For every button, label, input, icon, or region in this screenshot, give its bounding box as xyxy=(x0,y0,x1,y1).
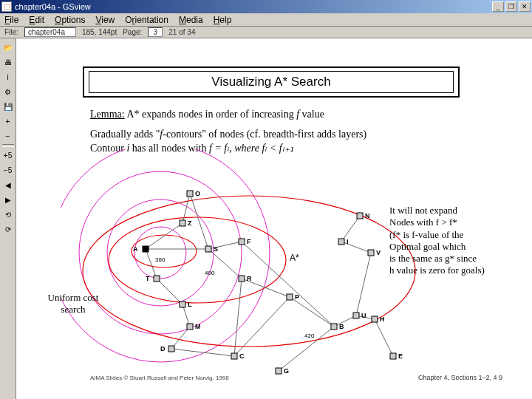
svg-text:O: O xyxy=(195,190,200,197)
graph-nodes: O Z A S T L M D F R P C G B U H E V I N xyxy=(133,190,403,375)
slide-title: Visualizing A* Search xyxy=(89,71,454,93)
zoom-minus-button[interactable]: − xyxy=(1,129,15,143)
edge-label-380: 380 xyxy=(155,256,166,263)
svg-rect-68 xyxy=(357,213,363,219)
svg-line-9 xyxy=(190,194,208,249)
svg-text:M: M xyxy=(195,323,201,330)
back-button[interactable]: ⟲ xyxy=(1,208,15,221)
toolbar-separator xyxy=(2,144,14,147)
svg-rect-66 xyxy=(338,239,344,245)
citation-text: AIMA Slides © Stuart Russell and Peter N… xyxy=(90,375,229,381)
svg-text:I: I xyxy=(347,238,349,245)
svg-rect-56 xyxy=(331,324,337,330)
svg-rect-58 xyxy=(353,313,359,318)
svg-line-29 xyxy=(375,319,393,356)
menu-options[interactable]: Options xyxy=(55,15,85,25)
prev-page-button[interactable]: ◀ xyxy=(1,178,15,191)
forward-button[interactable]: ⟳ xyxy=(1,222,15,236)
file-label: File: xyxy=(4,28,18,36)
svg-point-1 xyxy=(107,200,214,306)
minimize-button[interactable]: _ xyxy=(492,1,504,12)
window-titlebar: ⬚ chapter04a - GSview _ ❐ ✕ xyxy=(0,0,532,13)
menu-edit[interactable]: Edit xyxy=(29,15,44,25)
chapter-footer: Chapter 4, Sections 1–2, 4 9 xyxy=(418,374,502,381)
svg-line-18 xyxy=(234,279,242,356)
svg-line-7 xyxy=(183,194,190,223)
svg-text:P: P xyxy=(295,293,299,301)
app-icon: ⬚ xyxy=(1,1,12,12)
svg-point-3 xyxy=(61,149,270,362)
edge-label-400: 400 xyxy=(205,270,215,276)
menu-view[interactable]: View xyxy=(95,15,115,25)
svg-line-11 xyxy=(146,249,157,279)
svg-rect-54 xyxy=(276,368,282,374)
svg-rect-50 xyxy=(287,294,293,300)
svg-text:G: G xyxy=(284,367,289,375)
window-title: chapter04a - GSview xyxy=(15,2,492,11)
svg-rect-30 xyxy=(187,191,193,197)
svg-line-15 xyxy=(171,349,234,356)
svg-rect-64 xyxy=(368,250,374,256)
document-canvas[interactable]: Visualizing A* Search Lemma: A* expands … xyxy=(16,38,532,399)
lemma-line: Lemma: A* expands nodes in order of incr… xyxy=(90,109,324,120)
svg-rect-52 xyxy=(231,353,237,359)
svg-rect-42 xyxy=(187,324,193,330)
close-button[interactable]: ✕ xyxy=(519,1,531,12)
svg-text:R: R xyxy=(247,275,252,282)
edge-label-420: 420 xyxy=(304,332,315,339)
svg-rect-44 xyxy=(168,346,174,352)
svg-rect-48 xyxy=(239,276,245,282)
ucs-contours xyxy=(61,149,270,362)
svg-text:V: V xyxy=(376,249,381,256)
body-line-1: Gradually adds "f-contours" of nodes (cf… xyxy=(90,129,366,140)
svg-text:U: U xyxy=(361,312,366,319)
slide-title-frame: Visualizing A* Search xyxy=(83,66,460,98)
lemma-text: A* expands nodes in order of increasing … xyxy=(126,109,324,120)
info-button[interactable]: i xyxy=(1,70,15,83)
svg-text:B: B xyxy=(339,323,344,330)
status-bar: File: chapter04a 185, 144pt Page: 3 21 o… xyxy=(0,27,532,38)
restore-button[interactable]: ❐ xyxy=(505,1,517,12)
svg-line-26 xyxy=(356,253,371,316)
zoom-plus-button[interactable]: + xyxy=(1,115,15,128)
file-name: chapter04a xyxy=(24,27,76,37)
svg-text:S: S xyxy=(214,245,218,253)
svg-rect-46 xyxy=(239,239,245,245)
page-current[interactable]: 3 xyxy=(148,27,163,37)
svg-line-27 xyxy=(341,242,371,253)
menu-help[interactable]: Help xyxy=(214,15,232,25)
page-total: 21 of 34 xyxy=(168,28,195,36)
svg-point-2 xyxy=(79,171,242,334)
svg-rect-38 xyxy=(154,276,160,282)
svg-rect-60 xyxy=(372,316,378,322)
work-area: 📂 🖶 i ⚙ 💾 + − +5 −5 ◀ ▶ ⟲ ⟳ Visualizing … xyxy=(0,38,532,399)
window-controls: _ ❐ ✕ xyxy=(492,1,531,12)
annotation-astar: A* xyxy=(290,253,299,264)
svg-text:N: N xyxy=(365,212,370,219)
svg-text:C: C xyxy=(239,352,245,360)
svg-rect-36 xyxy=(205,246,211,252)
svg-text:A: A xyxy=(133,245,138,253)
print-button[interactable]: 🖶 xyxy=(1,55,15,69)
svg-rect-40 xyxy=(180,301,185,307)
cursor-dims: 185, 144pt xyxy=(82,28,117,36)
zoom-in5-button[interactable]: +5 xyxy=(1,149,15,162)
toolbar-left: 📂 🖶 i ⚙ 💾 + − +5 −5 ◀ ▶ ⟲ ⟳ xyxy=(0,38,16,399)
menu-file[interactable]: File xyxy=(4,15,18,25)
open-button[interactable]: 📂 xyxy=(1,41,15,54)
zoom-out5-button[interactable]: −5 xyxy=(1,163,15,177)
menubar: File Edit Options View Orientation Media… xyxy=(0,13,532,27)
svg-text:D: D xyxy=(160,345,166,352)
svg-text:E: E xyxy=(398,352,403,360)
menu-media[interactable]: Media xyxy=(179,15,203,25)
settings-button[interactable]: ⚙ xyxy=(1,85,15,98)
svg-text:F: F xyxy=(247,238,251,245)
svg-text:T: T xyxy=(146,275,150,282)
svg-point-0 xyxy=(134,227,186,279)
svg-text:Z: Z xyxy=(188,219,192,227)
save-button[interactable]: 💾 xyxy=(1,100,15,113)
annotation-right: It will not expand Nodes with f > f* (f*… xyxy=(389,205,530,277)
next-page-button[interactable]: ▶ xyxy=(1,193,15,206)
svg-line-20 xyxy=(290,297,334,327)
menu-orientation[interactable]: Orientation xyxy=(125,15,168,25)
